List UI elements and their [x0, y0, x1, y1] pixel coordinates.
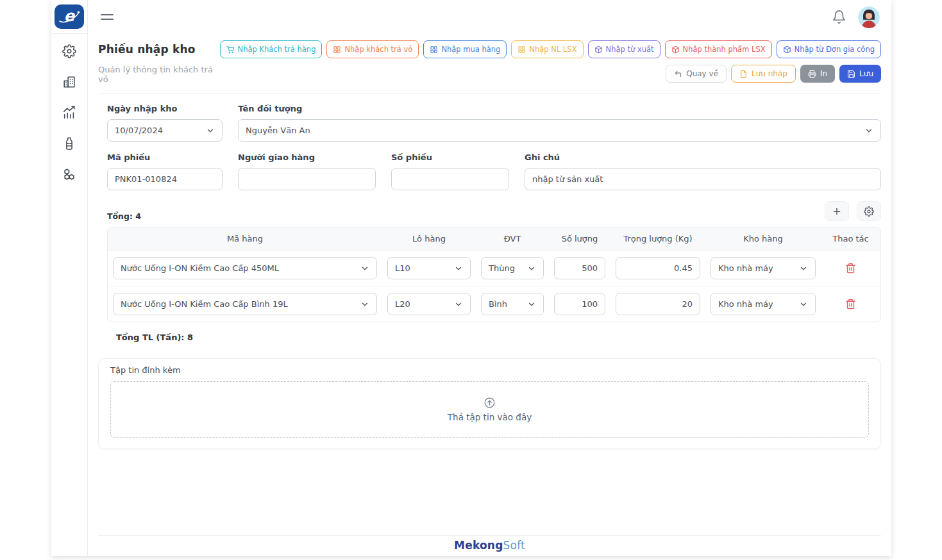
import-material-lsx-button[interactable]: Nhập NL LSX	[511, 40, 583, 58]
quantity-input[interactable]	[554, 293, 605, 315]
import-customer-return-goods-button[interactable]: Nhập Khách trả hàng	[220, 40, 323, 58]
attachments-section: Tập tin đính kèm Thả tập tin vào đây	[98, 358, 881, 449]
receipt-number-input[interactable]	[391, 168, 509, 190]
analytics-icon[interactable]	[62, 106, 76, 120]
save-draft-button[interactable]: Lưu nháp	[731, 65, 796, 83]
user-avatar[interactable]	[858, 6, 880, 28]
table-settings-button[interactable]	[857, 201, 881, 221]
col-warehouse: Kho hàng	[705, 227, 821, 250]
dropzone-text: Thả tập tin vào đây	[448, 412, 532, 422]
items-total-count: Tổng: 4	[107, 211, 141, 221]
lot-select[interactable]: L10	[387, 257, 471, 279]
sidebar: e	[51, 0, 88, 556]
notification-bell-icon[interactable]	[832, 10, 846, 24]
deliverer-label: Người giao hàng	[238, 152, 376, 162]
save-icon	[847, 70, 855, 78]
warehouse-select[interactable]: Kho nhà máy	[711, 257, 816, 279]
table-row: Nước Uống I-ON Kiềm Cao Cấp 450ML L10	[108, 251, 880, 286]
app-window: e	[51, 0, 891, 556]
add-row-button[interactable]	[825, 201, 849, 221]
unit-select[interactable]: Bình	[481, 293, 544, 315]
import-from-export-button[interactable]: Nhập từ xuất	[588, 40, 660, 58]
save-button[interactable]: Lưu	[839, 65, 881, 83]
table-row: Nước Uống I-ON Kiềm Cao Cấp Bình 19L L20	[108, 286, 880, 322]
button-label: Nhập Khách trả hàng	[238, 45, 316, 54]
button-label: Nhập thành phẩm LSX	[683, 45, 766, 54]
weight-input[interactable]	[616, 257, 700, 279]
unit-select[interactable]: Thùng	[481, 257, 544, 279]
weight-input[interactable]	[616, 293, 700, 315]
col-lot: Lô hàng	[382, 227, 476, 250]
app-logo[interactable]: e	[55, 4, 84, 29]
logo-orbit-icon	[57, 9, 81, 24]
file-dropzone[interactable]: Thả tập tin vào đây	[110, 381, 869, 438]
settings-icon[interactable]	[62, 44, 76, 58]
chevron-down-icon	[206, 126, 215, 135]
quantity-input[interactable]	[554, 257, 605, 279]
partner-label: Tên đối tượng	[238, 104, 881, 113]
product-value: Nước Uống I-ON Kiềm Cao Cấp Bình 19L	[121, 299, 288, 309]
unit-value: Thùng	[489, 263, 515, 273]
delete-row-icon[interactable]	[845, 299, 856, 309]
import-from-processing-order-button[interactable]: Nhập từ Đơn gia công	[777, 40, 881, 58]
return-arrow-icon	[674, 70, 682, 78]
attachments-title: Tập tin đính kèm	[110, 365, 869, 375]
partner-select[interactable]: Nguyễn Văn An	[238, 119, 881, 142]
date-value: 10/07/2024	[115, 126, 163, 135]
main-area: Phiếu nhập kho Quản lý thông tin khách t…	[88, 0, 891, 556]
note-input[interactable]	[525, 168, 881, 190]
button-label: Nhập NL LSX	[529, 45, 576, 54]
print-button[interactable]: In	[800, 65, 835, 83]
back-button[interactable]: Quay về	[666, 65, 727, 83]
delete-row-icon[interactable]	[845, 263, 856, 274]
chevron-down-icon	[799, 264, 808, 273]
code-input[interactable]	[107, 168, 223, 190]
chevron-down-icon	[527, 300, 536, 309]
button-label: Nhập mua hàng	[441, 45, 500, 54]
import-finished-product-lsx-button[interactable]: Nhập thành phẩm LSX	[665, 40, 772, 58]
modules-icon[interactable]	[62, 167, 76, 181]
col-unit: ĐVT	[476, 227, 549, 250]
chevron-down-icon	[527, 264, 536, 273]
printer-icon	[808, 70, 816, 78]
page-content: Phiếu nhập kho Quản lý thông tin khách t…	[88, 34, 891, 556]
items-table-header: Mã hàng Lô hàng ĐVT Số lượng Trọng lượng…	[108, 227, 880, 251]
warehouse-select[interactable]: Kho nhà máy	[711, 293, 816, 315]
date-select[interactable]: 10/07/2024	[107, 119, 223, 142]
logo-container: e	[51, 0, 87, 34]
product-select[interactable]: Nước Uống I-ON Kiềm Cao Cấp 450ML	[113, 257, 377, 279]
box-icon	[783, 45, 791, 54]
import-purchase-button[interactable]: Nhập mua hàng	[423, 40, 507, 58]
page-title: Phiếu nhập kho	[98, 43, 220, 56]
chevron-down-icon	[454, 264, 463, 273]
chevron-down-icon	[360, 264, 369, 273]
col-actions: Thao tác	[821, 227, 880, 250]
deliverer-input[interactable]	[238, 168, 376, 190]
unit-value: Bình	[489, 299, 507, 309]
box-icon	[594, 45, 603, 54]
grid-icon	[333, 45, 341, 54]
menu-toggle-icon[interactable]	[99, 12, 115, 22]
chevron-down-icon	[864, 126, 873, 135]
button-label: Lưu nháp	[752, 69, 787, 78]
page-subtitle: Quản lý thông tin khách trả vỏ	[98, 65, 220, 84]
button-label: Lưu	[859, 69, 873, 78]
grid-icon	[517, 45, 526, 54]
brand-logo: MekongSoft	[454, 539, 525, 552]
product-bottle-icon[interactable]	[62, 136, 76, 151]
company-icon[interactable]	[62, 75, 76, 89]
product-value: Nước Uống I-ON Kiềm Cao Cấp 450ML	[121, 263, 279, 273]
col-quantity: Số lượng	[549, 227, 610, 250]
code-label: Mã phiếu	[107, 152, 223, 162]
items-table: Mã hàng Lô hàng ĐVT Số lượng Trọng lượng…	[107, 227, 881, 322]
lot-select[interactable]: L20	[387, 293, 471, 315]
product-select[interactable]: Nước Uống I-ON Kiềm Cao Cấp Bình 19L	[113, 293, 377, 315]
chevron-down-icon	[799, 300, 808, 309]
button-label: Nhập từ Đơn gia công	[795, 45, 875, 54]
lot-value: L10	[395, 263, 410, 273]
receipt-form: Ngày nhập kho 10/07/2024 Tên đối tượng N…	[107, 94, 881, 342]
import-customer-return-bottle-button[interactable]: Nhập khách trả vỏ	[326, 40, 419, 58]
col-product: Mã hàng	[108, 227, 382, 250]
footer: MekongSoft	[98, 535, 881, 556]
grid-icon	[430, 45, 438, 54]
